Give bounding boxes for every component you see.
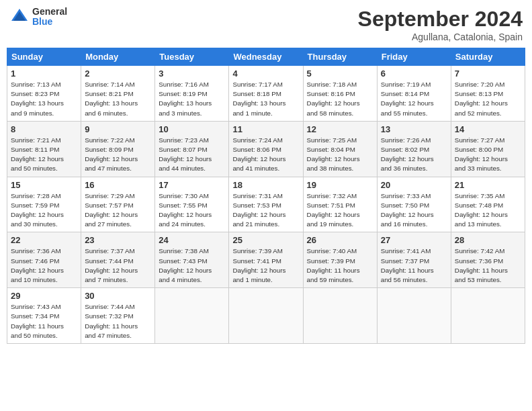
day-info: Sunrise: 7:18 AMSunset: 8:16 PMDaylight:… [307, 80, 373, 118]
calendar-cell: 5Sunrise: 7:18 AMSunset: 8:16 PMDaylight… [303, 66, 377, 122]
day-number: 2 [85, 68, 151, 79]
location-subtitle: Agullana, Catalonia, Spain [358, 32, 523, 42]
calendar-cell [377, 288, 451, 344]
calendar-cell: 1Sunrise: 7:13 AMSunset: 8:23 PMDaylight… [7, 66, 81, 122]
calendar-cell: 29Sunrise: 7:43 AMSunset: 7:34 PMDayligh… [7, 288, 81, 344]
day-number: 30 [85, 291, 151, 301]
calendar-cell: 4Sunrise: 7:17 AMSunset: 8:18 PMDaylight… [229, 66, 303, 122]
logo-text: General Blue [32, 7, 67, 28]
day-number: 29 [11, 291, 77, 301]
calendar-cell: 6Sunrise: 7:19 AMSunset: 8:14 PMDaylight… [377, 66, 451, 122]
logo-icon [9, 7, 30, 27]
day-number: 24 [159, 235, 225, 245]
calendar-cell: 23Sunrise: 7:37 AMSunset: 7:44 PMDayligh… [81, 232, 155, 288]
calendar-cell: 20Sunrise: 7:33 AMSunset: 7:50 PMDayligh… [377, 177, 451, 232]
day-number: 5 [307, 68, 373, 79]
logo-line2: Blue [32, 17, 67, 27]
day-info: Sunrise: 7:35 AMSunset: 7:48 PMDaylight:… [455, 191, 521, 230]
day-info: Sunrise: 7:19 AMSunset: 8:14 PMDaylight:… [381, 80, 447, 118]
day-number: 20 [381, 180, 447, 190]
calendar-cell [155, 288, 229, 344]
day-number: 25 [232, 235, 299, 245]
day-info: Sunrise: 7:41 AMSunset: 7:37 PMDaylight:… [381, 246, 447, 285]
day-number: 21 [455, 180, 521, 190]
calendar-cell: 21Sunrise: 7:35 AMSunset: 7:48 PMDayligh… [451, 177, 525, 232]
calendar-cell: 3Sunrise: 7:16 AMSunset: 8:19 PMDaylight… [155, 66, 229, 122]
day-info: Sunrise: 7:24 AMSunset: 8:06 PMDaylight:… [232, 136, 299, 174]
calendar-cell: 2Sunrise: 7:14 AMSunset: 8:21 PMDaylight… [81, 66, 155, 122]
day-number: 1 [11, 68, 77, 79]
week-row-2: 8Sunrise: 7:21 AMSunset: 8:11 PMDaylight… [7, 121, 525, 177]
day-number: 10 [159, 124, 225, 134]
day-number: 22 [11, 235, 77, 245]
day-number: 13 [381, 124, 447, 134]
logo-line1: General [32, 7, 67, 17]
day-info: Sunrise: 7:22 AMSunset: 8:09 PMDaylight:… [85, 136, 151, 174]
calendar-cell [451, 288, 525, 344]
day-info: Sunrise: 7:16 AMSunset: 8:19 PMDaylight:… [159, 80, 225, 118]
day-number: 23 [85, 235, 151, 245]
day-info: Sunrise: 7:26 AMSunset: 8:02 PMDaylight:… [381, 136, 447, 174]
day-info: Sunrise: 7:21 AMSunset: 8:11 PMDaylight:… [11, 136, 77, 174]
calendar-cell: 26Sunrise: 7:40 AMSunset: 7:39 PMDayligh… [303, 232, 377, 288]
day-info: Sunrise: 7:29 AMSunset: 7:57 PMDaylight:… [85, 191, 151, 230]
calendar-cell: 8Sunrise: 7:21 AMSunset: 8:11 PMDaylight… [7, 121, 81, 177]
calendar-table: SundayMondayTuesdayWednesdayThursdayFrid… [7, 48, 525, 344]
day-number: 17 [159, 180, 225, 190]
day-info: Sunrise: 7:37 AMSunset: 7:44 PMDaylight:… [85, 246, 151, 285]
month-title: September 2024 [358, 7, 523, 32]
day-info: Sunrise: 7:32 AMSunset: 7:51 PMDaylight:… [307, 191, 373, 230]
day-info: Sunrise: 7:23 AMSunset: 8:07 PMDaylight:… [159, 136, 225, 174]
calendar-cell: 17Sunrise: 7:30 AMSunset: 7:55 PMDayligh… [155, 177, 229, 232]
day-info: Sunrise: 7:27 AMSunset: 8:00 PMDaylight:… [455, 136, 521, 174]
calendar-cell [229, 288, 303, 344]
day-info: Sunrise: 7:38 AMSunset: 7:43 PMDaylight:… [159, 246, 225, 285]
day-info: Sunrise: 7:36 AMSunset: 7:46 PMDaylight:… [11, 246, 77, 285]
day-info: Sunrise: 7:25 AMSunset: 8:04 PMDaylight:… [307, 136, 373, 174]
week-row-4: 22Sunrise: 7:36 AMSunset: 7:46 PMDayligh… [7, 232, 525, 288]
day-number: 16 [85, 180, 151, 190]
calendar-cell [303, 288, 377, 344]
weekday-header-friday: Friday [377, 48, 451, 66]
calendar-cell: 13Sunrise: 7:26 AMSunset: 8:02 PMDayligh… [377, 121, 451, 177]
day-number: 28 [455, 235, 521, 245]
week-row-3: 15Sunrise: 7:28 AMSunset: 7:59 PMDayligh… [7, 177, 525, 232]
day-info: Sunrise: 7:40 AMSunset: 7:39 PMDaylight:… [307, 246, 373, 285]
day-number: 7 [455, 68, 521, 79]
day-info: Sunrise: 7:42 AMSunset: 7:36 PMDaylight:… [455, 246, 521, 285]
day-number: 9 [85, 124, 151, 134]
weekday-header-tuesday: Tuesday [155, 48, 229, 66]
week-row-5: 29Sunrise: 7:43 AMSunset: 7:34 PMDayligh… [7, 288, 525, 344]
day-info: Sunrise: 7:20 AMSunset: 8:13 PMDaylight:… [455, 80, 521, 118]
weekday-header-sunday: Sunday [7, 48, 81, 66]
calendar-header: SundayMondayTuesdayWednesdayThursdayFrid… [7, 48, 525, 66]
weekday-header-saturday: Saturday [451, 48, 525, 66]
day-info: Sunrise: 7:14 AMSunset: 8:21 PMDaylight:… [85, 80, 151, 118]
calendar-cell: 30Sunrise: 7:44 AMSunset: 7:32 PMDayligh… [81, 288, 155, 344]
day-number: 11 [232, 124, 299, 134]
day-info: Sunrise: 7:39 AMSunset: 7:41 PMDaylight:… [232, 246, 299, 285]
day-number: 6 [381, 68, 447, 79]
day-number: 14 [455, 124, 521, 134]
page-header: General Blue September 2024 Agullana, Ca… [7, 7, 525, 42]
calendar-cell: 25Sunrise: 7:39 AMSunset: 7:41 PMDayligh… [229, 232, 303, 288]
day-number: 12 [307, 124, 373, 134]
day-number: 4 [232, 68, 299, 79]
day-info: Sunrise: 7:31 AMSunset: 7:53 PMDaylight:… [232, 191, 299, 230]
day-number: 3 [159, 68, 225, 79]
calendar-cell: 24Sunrise: 7:38 AMSunset: 7:43 PMDayligh… [155, 232, 229, 288]
calendar-cell: 12Sunrise: 7:25 AMSunset: 8:04 PMDayligh… [303, 121, 377, 177]
day-info: Sunrise: 7:43 AMSunset: 7:34 PMDaylight:… [11, 302, 77, 340]
weekday-header-monday: Monday [81, 48, 155, 66]
day-info: Sunrise: 7:33 AMSunset: 7:50 PMDaylight:… [381, 191, 447, 230]
calendar-cell: 16Sunrise: 7:29 AMSunset: 7:57 PMDayligh… [81, 177, 155, 232]
day-info: Sunrise: 7:44 AMSunset: 7:32 PMDaylight:… [85, 302, 151, 340]
calendar-cell: 11Sunrise: 7:24 AMSunset: 8:06 PMDayligh… [229, 121, 303, 177]
day-number: 26 [307, 235, 373, 245]
calendar-cell: 19Sunrise: 7:32 AMSunset: 7:51 PMDayligh… [303, 177, 377, 232]
calendar-cell: 15Sunrise: 7:28 AMSunset: 7:59 PMDayligh… [7, 177, 81, 232]
calendar-cell: 7Sunrise: 7:20 AMSunset: 8:13 PMDaylight… [451, 66, 525, 122]
day-info: Sunrise: 7:13 AMSunset: 8:23 PMDaylight:… [11, 80, 77, 118]
day-number: 19 [307, 180, 373, 190]
calendar-cell: 10Sunrise: 7:23 AMSunset: 8:07 PMDayligh… [155, 121, 229, 177]
